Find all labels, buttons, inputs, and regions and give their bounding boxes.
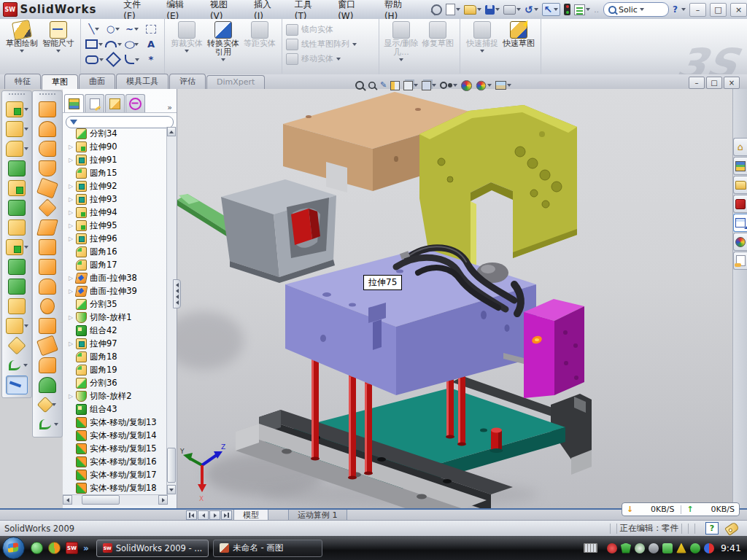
trim-entities-button[interactable]: 剪裁实体 bbox=[169, 21, 205, 52]
wrap-icon[interactable] bbox=[8, 219, 26, 236]
dropdown-caret-icon[interactable] bbox=[98, 43, 103, 46]
boundary-surface-icon[interactable] bbox=[36, 177, 58, 198]
rebuild-icon[interactable] bbox=[564, 4, 570, 15]
tab-features[interactable]: 特征 bbox=[4, 74, 41, 89]
dropdown-caret-icon[interactable] bbox=[221, 58, 225, 61]
tray-network-icon[interactable] bbox=[662, 543, 673, 553]
tree-item[interactable]: ▷拉伸93 bbox=[63, 192, 168, 206]
pin-toolbar-icon[interactable] bbox=[431, 4, 442, 15]
dropdown-caret-icon[interactable] bbox=[477, 8, 481, 11]
tray-antivirus-icon[interactable] bbox=[607, 543, 617, 553]
expand-arrow-icon[interactable]: ▷ bbox=[69, 144, 76, 150]
tab-surfaces[interactable]: 曲面 bbox=[79, 74, 115, 89]
trim-surface-icon[interactable] bbox=[38, 198, 56, 217]
tree-item[interactable]: 实体-移动/复制18 bbox=[63, 481, 168, 494]
save-button[interactable] bbox=[485, 5, 500, 15]
linear-pattern-icon[interactable] bbox=[6, 239, 23, 255]
toolbar-grip[interactable] bbox=[9, 93, 25, 98]
tree-item[interactable]: ▷曲面-拉伸39 bbox=[63, 284, 168, 298]
slider-block-part[interactable] bbox=[221, 179, 336, 283]
expand-arrow-icon[interactable]: ▷ bbox=[69, 196, 76, 203]
arc-tool-button[interactable] bbox=[104, 41, 123, 47]
tree-item[interactable]: ▷拉伸96 bbox=[63, 232, 168, 245]
help-caret-icon[interactable] bbox=[681, 8, 686, 11]
tree-item[interactable]: ▷拉伸94 bbox=[63, 206, 168, 219]
tree-vertical-scrollbar[interactable] bbox=[166, 127, 177, 494]
panel-splitter-handle[interactable] bbox=[173, 279, 181, 308]
tray-warning-icon[interactable] bbox=[676, 543, 686, 553]
text-tool-button[interactable]: A bbox=[142, 39, 160, 50]
tray-sync-icon[interactable] bbox=[704, 543, 714, 553]
extruded-surface-icon[interactable] bbox=[39, 141, 56, 157]
dropdown-caret-icon[interactable] bbox=[399, 58, 403, 61]
dropdown-caret-icon[interactable] bbox=[336, 58, 341, 61]
expand-arrow-icon[interactable]: ▷ bbox=[69, 236, 76, 242]
file-explorer-tab[interactable] bbox=[733, 176, 747, 194]
red-stop-pin[interactable] bbox=[490, 428, 503, 454]
dropdown-caret-icon[interactable] bbox=[135, 58, 139, 61]
expand-arrow-icon[interactable]: ▷ bbox=[69, 222, 76, 229]
extruded-boss-icon[interactable] bbox=[6, 101, 23, 117]
taskbar-paint-button[interactable]: 未命名 - 画图 bbox=[213, 540, 322, 557]
tree-item[interactable]: 圆角17 bbox=[63, 258, 168, 271]
delete-face-icon[interactable] bbox=[40, 298, 55, 314]
zoom-area-button[interactable] bbox=[368, 81, 376, 90]
circle-tool-button[interactable]: ○ bbox=[104, 23, 123, 34]
configuration-manager-tab[interactable] bbox=[105, 94, 125, 112]
zoom-fit-button[interactable] bbox=[355, 81, 364, 90]
appearances-button[interactable] bbox=[461, 80, 472, 91]
core-block-part[interactable] bbox=[285, 248, 536, 395]
app-quicklaunch-icon[interactable] bbox=[48, 542, 61, 554]
point-icon[interactable] bbox=[36, 396, 53, 413]
tray-update-icon[interactable] bbox=[635, 543, 645, 553]
ruled-surface-icon[interactable] bbox=[36, 335, 58, 356]
boundary-boss-icon[interactable] bbox=[8, 200, 26, 216]
tree-item[interactable]: 圆角19 bbox=[63, 363, 168, 376]
expand-arrow-icon[interactable]: ▷ bbox=[69, 393, 76, 400]
search-input[interactable]: Solic bbox=[619, 5, 638, 15]
dome-icon[interactable] bbox=[39, 377, 56, 393]
ellipse-tool-button[interactable]: ○ bbox=[123, 39, 142, 50]
new-file-button[interactable] bbox=[446, 4, 460, 15]
motion-study-tab[interactable]: 运动算例 1 bbox=[288, 510, 347, 521]
dropdown-caret-icon[interactable] bbox=[56, 50, 61, 52]
tree-item[interactable]: ▷拉伸91 bbox=[63, 153, 168, 166]
tree-item[interactable]: 实体-移动/复制14 bbox=[63, 429, 168, 442]
tray-volume-icon[interactable] bbox=[649, 543, 659, 553]
linear-sketch-pattern-button[interactable]: 线性草图阵列 bbox=[286, 38, 357, 50]
polygon-tool-button[interactable] bbox=[104, 54, 123, 65]
dropdown-caret-icon[interactable] bbox=[487, 84, 492, 87]
select-tool-button[interactable]: ↖ bbox=[542, 3, 561, 16]
dropdown-caret-icon[interactable] bbox=[134, 28, 139, 31]
spline-tool-button[interactable]: ~ bbox=[123, 23, 142, 34]
dropdown-caret-icon[interactable] bbox=[453, 84, 457, 87]
toolbar-overflow-icon[interactable]: ‥ bbox=[594, 6, 600, 14]
scene-button[interactable] bbox=[476, 80, 492, 91]
filled-surface-icon[interactable] bbox=[39, 357, 56, 373]
doc-minimize-button[interactable]: – bbox=[689, 77, 705, 89]
line-tool-button[interactable]: ╲ bbox=[85, 23, 104, 34]
dropdown-caret-icon[interactable] bbox=[414, 84, 418, 87]
dropdown-caret-icon[interactable] bbox=[480, 50, 484, 52]
close-button[interactable]: × bbox=[730, 3, 747, 17]
tree-item[interactable]: ▷拉伸97 bbox=[63, 337, 168, 350]
tree-item[interactable]: 圆角15 bbox=[63, 166, 168, 179]
tree-item[interactable]: 圆角18 bbox=[63, 350, 168, 363]
rectangle-tool-button[interactable] bbox=[85, 39, 104, 49]
tree-item[interactable]: 实体-移动/复制15 bbox=[63, 442, 168, 455]
tab-mold-tools[interactable]: 模具工具 bbox=[116, 74, 169, 89]
solidworks-resources-tab[interactable]: ⌂ bbox=[733, 138, 747, 156]
spline-icon[interactable] bbox=[37, 417, 53, 432]
dropdown-caret-icon[interactable] bbox=[554, 8, 558, 11]
lofted-boss-icon[interactable] bbox=[8, 180, 26, 196]
smart-dimension-button[interactable]: 智能尺寸 bbox=[40, 21, 77, 52]
tag-icon[interactable] bbox=[724, 521, 740, 536]
tree-horizontal-scrollbar[interactable] bbox=[63, 494, 168, 505]
search-tab[interactable] bbox=[733, 195, 747, 213]
start-button[interactable] bbox=[2, 537, 25, 559]
dropdown-caret-icon[interactable] bbox=[95, 28, 99, 31]
tree-item[interactable]: ▷拉伸90 bbox=[63, 140, 168, 153]
appearances-scenes-tab[interactable] bbox=[733, 233, 747, 251]
print-button[interactable] bbox=[503, 5, 521, 15]
tray-health-icon[interactable] bbox=[690, 543, 700, 553]
